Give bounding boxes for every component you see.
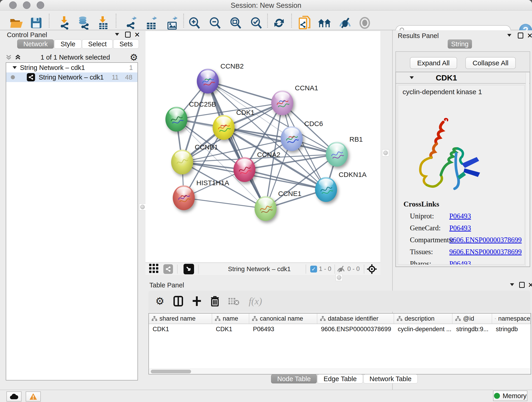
scrollbar-thumb[interactable] xyxy=(151,370,191,373)
entry-collapse-icon[interactable] xyxy=(410,76,414,79)
tissues-link[interactable]: 9606.ENSP00000378699 xyxy=(449,248,522,256)
tab-node-table[interactable]: Node Table xyxy=(271,374,317,383)
node-table[interactable]: shared namenamecanonical namedatabase id… xyxy=(148,313,531,369)
table-cell[interactable]: stringdb xyxy=(492,326,531,333)
export-table-icon[interactable] xyxy=(146,16,158,31)
control-panel-close-icon[interactable]: ✕ xyxy=(134,31,140,39)
uniprot-link[interactable]: P06493 xyxy=(449,212,471,220)
network-node-ccnb2[interactable] xyxy=(197,69,219,94)
show-columns-icon[interactable] xyxy=(173,296,183,306)
network-collection-row[interactable]: String Network – cdk1 1 xyxy=(6,63,138,72)
table-cell[interactable]: stringdb:9... xyxy=(452,326,492,333)
zoom-in-icon[interactable] xyxy=(188,17,201,30)
tab-string[interactable]: String xyxy=(448,39,472,49)
first-neighbors-icon[interactable] xyxy=(317,18,331,29)
hidden-eye-icon[interactable] xyxy=(336,265,346,273)
show-grid-icon[interactable] xyxy=(149,264,159,274)
network-node-hist1h1a[interactable] xyxy=(173,185,195,210)
add-column-icon[interactable] xyxy=(192,296,201,306)
table-panel-collapse-icon[interactable] xyxy=(510,283,514,286)
table-cell[interactable]: P06493 xyxy=(249,326,317,333)
hide-selected-icon[interactable] xyxy=(339,17,351,30)
network-node-rb1[interactable] xyxy=(326,142,348,167)
table-horizontal-scrollbar[interactable] xyxy=(148,369,531,375)
network-node-cdk1[interactable] xyxy=(213,115,234,140)
tab-style[interactable]: Style xyxy=(54,39,81,49)
zoom-fit-icon[interactable] xyxy=(229,17,242,30)
function-builder-icon[interactable]: f(x) xyxy=(249,296,262,307)
import-network-icon[interactable] xyxy=(58,16,70,31)
left-splitter[interactable] xyxy=(140,31,146,389)
tab-sets[interactable]: Sets xyxy=(113,39,139,49)
bottom-splitter[interactable] xyxy=(146,275,380,280)
open-session-icon[interactable] xyxy=(10,17,23,30)
control-panel-float-icon[interactable] xyxy=(125,32,131,38)
genecard-link[interactable]: P06493 xyxy=(449,224,471,232)
table-panel-close-icon[interactable]: ✕ xyxy=(528,281,532,289)
column-header--id[interactable]: @id xyxy=(452,313,492,324)
export-image-icon[interactable] xyxy=(166,16,178,31)
table-cell[interactable]: cyclin-dependent ... xyxy=(394,326,452,333)
network-node-ccnb1[interactable] xyxy=(171,150,193,174)
column-header-name[interactable]: name xyxy=(212,313,249,324)
column-header-shared-name[interactable]: shared name xyxy=(149,313,212,324)
compartments-link[interactable]: 9606.ENSP00000378699 xyxy=(449,236,522,244)
expand-all-button[interactable]: Expand All xyxy=(410,57,457,69)
clone-network-icon[interactable] xyxy=(299,16,311,31)
right-splitter-handle[interactable] xyxy=(382,149,389,156)
network-node-cdkn1a[interactable] xyxy=(315,177,337,202)
show-all-icon-disabled[interactable] xyxy=(359,17,370,30)
table-cell[interactable]: CDK1 xyxy=(149,326,212,333)
network-canvas[interactable]: CCNB2CCNA1CDC25BCDK1CDC6RB1CCNB1CCNA2CDK… xyxy=(146,31,380,262)
selected-checkbox-icon[interactable]: ✓ xyxy=(310,266,317,273)
control-panel-collapse-icon[interactable] xyxy=(115,33,119,36)
network-node-cdc6[interactable] xyxy=(281,126,303,151)
table-settings-gear-icon[interactable]: ⚙ xyxy=(155,296,164,306)
save-session-icon[interactable] xyxy=(31,17,42,30)
zoom-selected-icon[interactable] xyxy=(250,17,262,30)
string-view-icon[interactable] xyxy=(163,264,173,274)
zoom-out-icon[interactable] xyxy=(209,17,221,30)
column-header-description[interactable]: description xyxy=(394,313,452,324)
network-node-ccne1[interactable] xyxy=(254,196,277,221)
tab-network[interactable]: Network xyxy=(17,39,54,49)
column-header-namespace[interactable]: namespace xyxy=(492,313,531,324)
cloud-status-button[interactable] xyxy=(6,391,22,402)
birds-eye-view-icon[interactable] xyxy=(184,264,194,274)
collapse-all-icon[interactable] xyxy=(15,54,21,60)
tab-select[interactable]: Select xyxy=(82,39,113,49)
delete-table-icon[interactable] xyxy=(228,297,239,305)
column-header-database-identifier[interactable]: database identifier xyxy=(317,313,394,324)
left-splitter-handle[interactable] xyxy=(139,204,146,211)
network-options-gear-icon[interactable]: ⚙ xyxy=(130,54,138,61)
table-panel-float-icon[interactable] xyxy=(519,282,525,288)
import-network-from-database-icon[interactable] xyxy=(77,16,89,31)
fit-selected-crosshair-icon[interactable] xyxy=(367,264,377,274)
import-table-icon[interactable] xyxy=(97,16,109,31)
selected-counts: 1 - 0 xyxy=(319,265,331,273)
warnings-button[interactable] xyxy=(26,391,41,402)
results-scrollbar[interactable] xyxy=(526,73,529,266)
refresh-icon[interactable] xyxy=(273,17,285,30)
network-node-ccna1[interactable] xyxy=(271,90,293,115)
results-panel-close-icon[interactable]: ✕ xyxy=(527,32,532,40)
delete-column-icon[interactable] xyxy=(210,296,219,306)
expand-all-icon[interactable] xyxy=(6,54,12,60)
tab-edge-table[interactable]: Edge Table xyxy=(317,374,363,383)
results-panel-collapse-icon[interactable] xyxy=(507,34,511,37)
tab-network-table[interactable]: Network Table xyxy=(363,374,418,383)
table-cell[interactable]: CDK1 xyxy=(212,326,249,333)
table-row[interactable]: CDK1CDK1P064939606.ENSP00000378699cyclin… xyxy=(149,324,531,334)
collapse-all-button[interactable]: Collapse All xyxy=(465,57,516,69)
export-network-icon[interactable] xyxy=(125,16,137,31)
memory-button[interactable]: Memory xyxy=(493,390,527,401)
collection-expand-icon[interactable] xyxy=(13,66,17,69)
network-node-ccna2[interactable] xyxy=(234,157,255,182)
column-header-canonical-name[interactable]: canonical name xyxy=(249,313,317,324)
pharos-link[interactable]: P06493 xyxy=(449,260,471,265)
table-cell[interactable]: 9606.ENSP00000378699 xyxy=(317,326,394,333)
network-row[interactable]: String Network – cdk1 11 48 xyxy=(6,72,138,82)
node-label-ccnb2: CCNB2 xyxy=(220,62,244,70)
results-panel-float-icon[interactable] xyxy=(518,32,523,38)
network-node-cdc25b[interactable] xyxy=(165,107,187,132)
